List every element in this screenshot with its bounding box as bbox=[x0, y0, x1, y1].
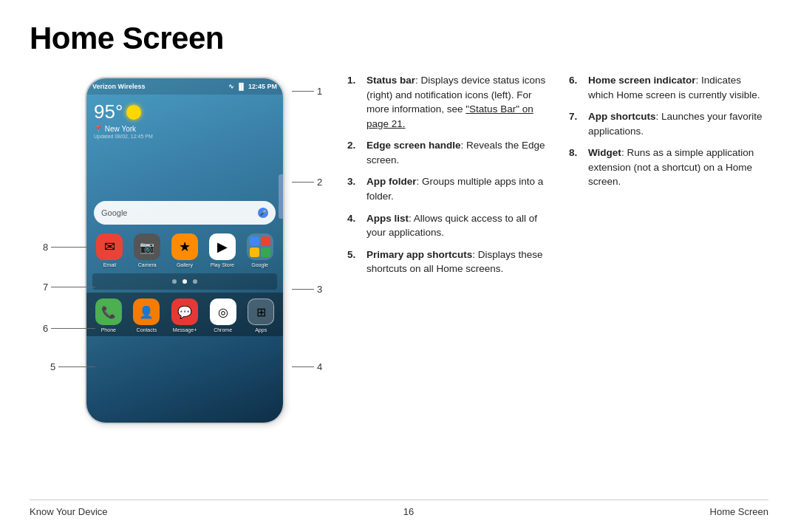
app-email[interactable]: ✉ Email bbox=[92, 233, 126, 267]
carrier-label: Verizon Wireless bbox=[92, 83, 145, 90]
status-right: ∿ ▐▌ 12:45 PM bbox=[228, 83, 277, 90]
playstore-icon: ▶ bbox=[209, 233, 236, 260]
desc-column-left: 1. Status bar: Displays device status ic… bbox=[347, 73, 547, 499]
callout-6: 6 bbox=[43, 323, 95, 334]
app-chrome[interactable]: ◎ Chrome bbox=[206, 299, 240, 332]
location-label: 📍 New York bbox=[94, 125, 276, 133]
content-area: Verizon Wireless ∿ ▐▌ 12:45 PM 95° bbox=[30, 69, 768, 499]
desc-text-1: Status bar: Displays device status icons… bbox=[366, 73, 547, 131]
mic-icon: 🎤 bbox=[258, 208, 268, 218]
temperature-label: 95° bbox=[94, 100, 123, 123]
phone-icon: 📞 bbox=[95, 299, 122, 325]
desc-item-2: 2. Edge screen handle: Reveals the Edge … bbox=[347, 138, 547, 167]
desc-num-2: 2. bbox=[347, 138, 361, 153]
gallery-label: Gallery bbox=[177, 262, 193, 267]
edge-screen-handle bbox=[279, 174, 283, 219]
sun-icon bbox=[126, 105, 141, 120]
desc-text-8: Widget: Runs as a simple application ext… bbox=[588, 146, 768, 189]
time-label: 12:45 PM bbox=[248, 83, 277, 90]
message-icon: 💬 bbox=[171, 299, 198, 325]
indicator-dot-3 bbox=[193, 279, 197, 284]
camera-icon: 📷 bbox=[134, 233, 160, 260]
desc-item-8: 8. Widget: Runs as a simple application … bbox=[569, 146, 768, 189]
desc-num-6: 6. bbox=[569, 73, 582, 88]
wifi-icon: ∿ bbox=[228, 83, 234, 90]
contacts-label: Contacts bbox=[137, 327, 157, 332]
desc-item-6: 6. Home screen indicator: Indicates whic… bbox=[569, 73, 768, 102]
indicator-dot-1 bbox=[172, 279, 177, 284]
desc-text-5: Primary app shortcuts: Displays these sh… bbox=[366, 248, 547, 276]
callout-4: 4 bbox=[292, 361, 322, 372]
app-shortcuts-row: ✉ Email 📷 Camera ★ Gallery ▶ bbox=[86, 231, 283, 270]
app-apps[interactable]: ⊞ Apps bbox=[244, 299, 278, 332]
chrome-icon: ◎ bbox=[210, 299, 236, 325]
google-label: Google bbox=[101, 208, 127, 217]
footer-right: Home Screen bbox=[710, 506, 768, 517]
app-phone[interactable]: 📞 Phone bbox=[92, 299, 126, 332]
contacts-icon: 👤 bbox=[133, 299, 160, 325]
apps-label: Apps bbox=[255, 327, 267, 332]
callout-3: 3 bbox=[292, 284, 322, 295]
callout-8: 8 bbox=[43, 242, 95, 253]
callout-2: 2 bbox=[292, 177, 322, 188]
desc-text-4: Apps list: Allows quick access to all of… bbox=[366, 211, 547, 240]
desc-item-4: 4. Apps list: Allows quick access to all… bbox=[347, 211, 547, 240]
desc-item-3: 3. App folder: Groups multiple apps into… bbox=[347, 174, 547, 203]
bottom-dock: 📞 Phone 👤 Contacts 💬 Message+ ◎ bbox=[86, 293, 283, 336]
google-search-bar[interactable]: Google 🎤 bbox=[94, 201, 276, 225]
page: Home Screen Verizon Wireless ∿ ▐▌ 12:45 … bbox=[0, 0, 798, 532]
page-footer: Know Your Device 16 Home Screen bbox=[30, 499, 768, 517]
footer-center: 16 bbox=[403, 506, 414, 517]
app-playstore[interactable]: ▶ Play Store bbox=[205, 233, 239, 267]
camera-label: Camera bbox=[138, 262, 157, 267]
desc-num-7: 7. bbox=[569, 109, 582, 124]
apps-icon: ⊞ bbox=[248, 299, 274, 325]
pin-icon: 📍 bbox=[94, 125, 103, 133]
app-message[interactable]: 💬 Message+ bbox=[168, 299, 202, 332]
desc-text-6: Home screen indicator: Indicates which H… bbox=[588, 73, 768, 102]
status-bar: Verizon Wireless ∿ ▐▌ 12:45 PM bbox=[86, 78, 283, 95]
playstore-label: Play Store bbox=[211, 262, 234, 267]
gallery-icon: ★ bbox=[171, 233, 198, 260]
message-label: Message+ bbox=[173, 327, 197, 332]
desc-item-5: 5. Primary app shortcuts: Displays these… bbox=[347, 248, 547, 276]
desc-text-3: App folder: Groups multiple apps into a … bbox=[366, 174, 547, 203]
desc-num-1: 1. bbox=[347, 73, 361, 88]
phone-mockup: Verizon Wireless ∿ ▐▌ 12:45 PM 95° bbox=[85, 77, 284, 424]
temp-row: 95° bbox=[94, 100, 276, 123]
app-camera[interactable]: 📷 Camera bbox=[130, 233, 164, 267]
desc-item-7: 7. App shortcuts: Launches your favorite… bbox=[569, 109, 768, 138]
desc-text-2: Edge screen handle: Reveals the Edge scr… bbox=[366, 138, 547, 167]
app-contacts[interactable]: 👤 Contacts bbox=[129, 299, 163, 332]
email-label: Email bbox=[103, 262, 117, 267]
app-gallery[interactable]: ★ Gallery bbox=[168, 233, 202, 267]
desc-num-4: 4. bbox=[347, 211, 361, 226]
phone-screen: Verizon Wireless ∿ ▐▌ 12:45 PM 95° bbox=[86, 78, 283, 423]
signal-icon: ▐▌ bbox=[236, 83, 246, 90]
home-screen-indicator bbox=[92, 273, 277, 290]
desc-text-7: App shortcuts: Launches your favorite ap… bbox=[588, 109, 768, 138]
desc-num-8: 8. bbox=[569, 146, 582, 160]
indicator-dot-2 bbox=[183, 279, 187, 284]
desc-num-3: 3. bbox=[347, 174, 361, 189]
phone-label: Phone bbox=[101, 327, 116, 332]
app-folder-icon bbox=[247, 233, 273, 260]
callout-7: 7 bbox=[43, 282, 95, 293]
weather-widget: 95° 📍 New York Updated 08/02, 12:45 PM bbox=[86, 95, 283, 142]
callout-1: 1 bbox=[292, 86, 322, 97]
callout-5: 5 bbox=[50, 361, 95, 372]
desc-column-right: 6. Home screen indicator: Indicates whic… bbox=[569, 73, 768, 499]
desc-item-1: 1. Status bar: Displays device status ic… bbox=[347, 73, 547, 131]
updated-label: Updated 08/02, 12:45 PM bbox=[94, 134, 276, 139]
app-folder[interactable]: Google bbox=[243, 233, 277, 267]
google-folder-label: Google bbox=[251, 262, 268, 267]
desc-num-5: 5. bbox=[347, 248, 361, 262]
descriptions: 1. Status bar: Displays device status ic… bbox=[340, 69, 768, 499]
chrome-label: Chrome bbox=[214, 327, 232, 332]
page-title: Home Screen bbox=[30, 21, 768, 56]
phone-section: Verizon Wireless ∿ ▐▌ 12:45 PM 95° bbox=[30, 69, 340, 499]
footer-left: Know Your Device bbox=[30, 506, 108, 517]
email-icon: ✉ bbox=[96, 233, 123, 260]
